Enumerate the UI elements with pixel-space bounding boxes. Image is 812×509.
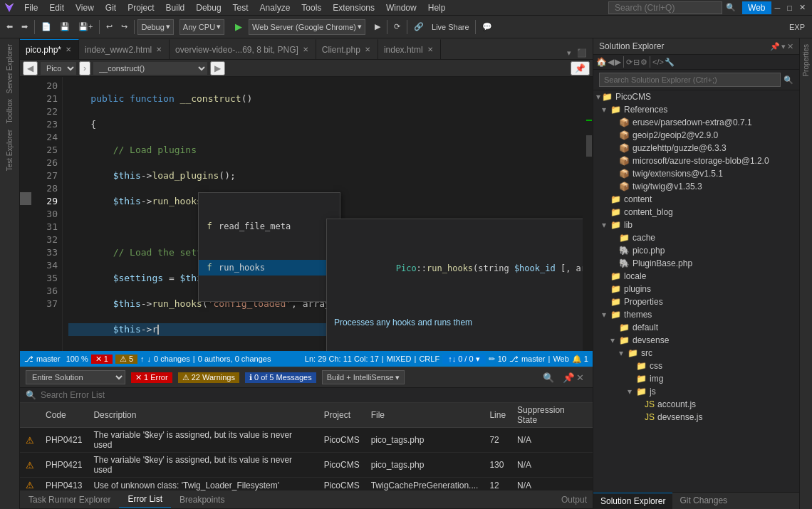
table-row[interactable]: ⚠ PHP0413 Use of unknown class: 'Twig_Lo… bbox=[20, 478, 593, 491]
code-content[interactable]: public function __construct() { // Load … bbox=[63, 77, 583, 351]
list-item[interactable]: ▾📁js bbox=[593, 385, 799, 398]
list-item[interactable]: 📁locale bbox=[593, 270, 799, 283]
list-item[interactable]: 📦erusev/parsedown-extra@0.7.1 bbox=[593, 116, 799, 129]
refresh-button[interactable]: ⟳ bbox=[390, 19, 404, 36]
close-button[interactable]: ✕ bbox=[796, 0, 809, 16]
menu-debug[interactable]: Debug bbox=[190, 1, 227, 14]
col-suppression[interactable]: Suppression State bbox=[511, 403, 593, 428]
tab-close-icon[interactable]: ✕ bbox=[301, 46, 310, 53]
list-item[interactable]: 📁css bbox=[593, 360, 799, 372]
menu-edit[interactable]: Edit bbox=[43, 1, 70, 14]
menu-view[interactable]: View bbox=[70, 1, 100, 14]
cpu-config-dropdown[interactable]: Any CPU ▾ bbox=[179, 19, 224, 35]
se-refresh-btn[interactable]: ⟳ bbox=[626, 58, 633, 67]
table-row[interactable]: ⚠ PHP0421 The variable '$key' is assigne… bbox=[20, 428, 593, 453]
list-item[interactable]: 📁plugins bbox=[593, 283, 799, 295]
feedback-button[interactable]: 💬 bbox=[479, 19, 496, 36]
redo-button[interactable]: ↪ bbox=[118, 19, 131, 36]
se-close-btn[interactable]: ✕ bbox=[787, 42, 793, 51]
list-item[interactable]: 📦twig/extensions@v1.5.1 bbox=[593, 167, 799, 180]
minimize-button[interactable]: ─ bbox=[771, 0, 784, 16]
menu-git[interactable]: Git bbox=[100, 1, 122, 14]
list-item[interactable]: 📁content bbox=[593, 193, 799, 206]
warning-badge[interactable]: ⚠ 5 bbox=[115, 355, 137, 364]
tab-list-button[interactable]: ▾ bbox=[564, 47, 574, 59]
list-item[interactable]: 📁cache bbox=[593, 231, 799, 244]
test-explorer-icon[interactable]: Test Explorer bbox=[4, 127, 15, 174]
se-settings-btn[interactable]: ⚙ bbox=[640, 58, 647, 67]
method-dropdown[interactable]: __construct() bbox=[93, 62, 207, 75]
scrollbar-area[interactable] bbox=[583, 77, 593, 351]
se-dropdown-btn[interactable]: ▾ bbox=[781, 42, 786, 51]
filter-dropdown[interactable]: Entire Solution bbox=[26, 370, 125, 384]
global-search[interactable] bbox=[608, 1, 722, 14]
toolbox-icon[interactable]: Toolbox bbox=[4, 96, 15, 126]
col-description[interactable]: Description bbox=[88, 403, 318, 428]
forward-button[interactable]: ➡ bbox=[18, 19, 31, 36]
list-item[interactable]: 📦microsoft/azure-storage-blob@1.2.0 bbox=[593, 154, 799, 167]
se-props-btn[interactable]: 🔧 bbox=[665, 58, 675, 67]
output-label[interactable]: Output bbox=[556, 492, 593, 508]
list-item[interactable]: ▾📁src bbox=[593, 347, 799, 360]
list-item[interactable]: 📁content_blog bbox=[593, 206, 799, 219]
panel-pin-btn[interactable]: 📌 bbox=[563, 372, 575, 383]
list-item[interactable]: ▾📁themes bbox=[593, 308, 799, 321]
addr-back-btn[interactable]: ◀ bbox=[23, 61, 38, 75]
git-branch[interactable]: master bbox=[36, 355, 61, 363]
se-tab-solution[interactable]: Solution Explorer bbox=[593, 493, 672, 509]
warning-count-badge[interactable]: ⚠ 22 Warnings bbox=[178, 372, 239, 383]
menu-build[interactable]: Build bbox=[160, 1, 191, 14]
col-line[interactable]: Line bbox=[484, 403, 511, 428]
menu-window[interactable]: Window bbox=[380, 1, 422, 14]
autocomplete-item-read-file-meta[interactable]: f read_file_meta bbox=[199, 219, 340, 234]
list-item[interactable]: 📦geoip2/geoip2@v2.9.0 bbox=[593, 129, 799, 142]
new-file-button[interactable]: 📄 bbox=[38, 19, 55, 36]
col-project[interactable]: Project bbox=[318, 403, 365, 428]
se-pin-btn[interactable]: 📌 bbox=[770, 42, 780, 51]
error-search-input[interactable] bbox=[41, 390, 587, 400]
list-item[interactable]: JSdevsense.js bbox=[593, 411, 799, 424]
nav-down-icon[interactable]: ↓ bbox=[147, 355, 152, 363]
se-home-btn[interactable]: 🏠 bbox=[596, 57, 607, 67]
back-button[interactable]: ⬅ bbox=[3, 19, 16, 36]
se-filter-btn[interactable]: ⊟ bbox=[633, 58, 640, 67]
tab-overview-video[interactable]: overview-video-...69, 8 bit, PNG] ✕ bbox=[170, 39, 316, 59]
play-button[interactable]: ▶ bbox=[230, 19, 247, 36]
list-item[interactable]: ▾📁devsense bbox=[593, 334, 799, 347]
se-back-btn[interactable]: ◀ bbox=[608, 57, 614, 67]
list-item[interactable]: 📁img bbox=[593, 372, 799, 385]
list-item[interactable]: ▾📁References bbox=[593, 103, 799, 116]
list-item[interactable]: 📁Properties bbox=[593, 295, 799, 308]
col-code[interactable]: Code bbox=[40, 403, 88, 428]
menu-extensions[interactable]: Extensions bbox=[327, 1, 380, 14]
list-item[interactable]: 🐘PluginBase.php bbox=[593, 257, 799, 270]
menu-tools[interactable]: Tools bbox=[296, 1, 327, 14]
tab-close-icon[interactable]: ✕ bbox=[363, 46, 372, 53]
tab-index-www2[interactable]: index_www2.html ✕ bbox=[79, 39, 170, 59]
list-item[interactable]: 📁default bbox=[593, 321, 799, 334]
se-forward-btn[interactable]: ▶ bbox=[615, 57, 621, 67]
server-config-dropdown[interactable]: Web Server (Google Chrome) ▾ bbox=[249, 19, 365, 35]
se-tab-git[interactable]: Git Changes bbox=[672, 493, 734, 509]
debug-config-dropdown[interactable]: Debug ▾ bbox=[137, 19, 173, 35]
menu-project[interactable]: Project bbox=[122, 1, 160, 14]
list-item[interactable]: 📦twig/twig@v1.35.3 bbox=[593, 180, 799, 193]
list-item[interactable]: ▾📁lib bbox=[593, 219, 799, 231]
tab-client-php[interactable]: Client.php ✕ bbox=[316, 39, 378, 59]
save-button[interactable]: 💾 bbox=[56, 19, 73, 36]
tab-index-html[interactable]: index.html ✕ bbox=[378, 39, 441, 59]
error-badge[interactable]: ✕ 1 bbox=[91, 355, 113, 364]
tab-close-icon[interactable]: ✕ bbox=[426, 46, 434, 53]
se-search-input[interactable] bbox=[599, 73, 781, 87]
se-code-btn[interactable]: </> bbox=[652, 58, 664, 66]
properties-label[interactable]: Properties bbox=[801, 41, 811, 80]
namespace-dropdown[interactable]: Pico bbox=[41, 62, 76, 75]
server-explorer-icon[interactable]: Server Explorer bbox=[4, 41, 15, 96]
notification-icon[interactable]: 🔔 1 bbox=[572, 355, 588, 364]
nav-up-icon[interactable]: ↑ bbox=[140, 355, 145, 363]
tab-breakpoints[interactable]: Breakpoints bbox=[171, 492, 233, 508]
menu-file[interactable]: File bbox=[19, 1, 43, 14]
list-item[interactable]: 📦guzzlehttp/guzzle@6.3.3 bbox=[593, 142, 799, 154]
search-button[interactable]: 🔍 bbox=[722, 0, 739, 16]
list-item[interactable]: JSaccount.js bbox=[593, 398, 799, 411]
